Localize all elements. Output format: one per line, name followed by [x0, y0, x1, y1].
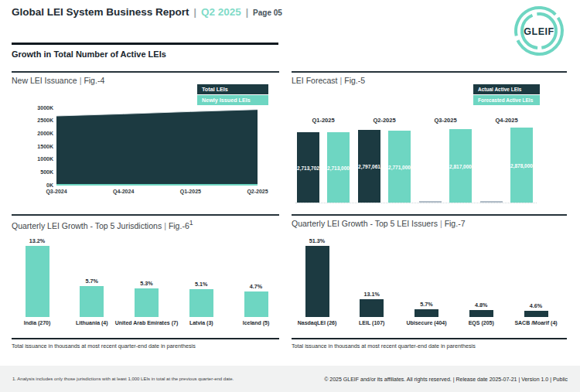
panel-fig6: Quarterly LEI Growth - Top 5 Jurisdictio… [12, 214, 279, 353]
fig7-bar [415, 309, 438, 317]
fig7-value-label: 13.1% [353, 291, 391, 298]
fig5-baseline [295, 203, 537, 203]
fig4-x-tick: Q3-2024 [33, 189, 80, 194]
fig5-title: LEI Forecast|Fig.-5 [292, 76, 365, 85]
fig5-quarter-label: Q3-2025 [419, 117, 472, 124]
fig6-title: Quarterly LEI Growth - Top 5 Jurisdictio… [12, 219, 193, 230]
panel-fig7: Quarterly LEI Growth - Top 5 LEI Issuers… [292, 214, 567, 353]
fig5-bar-value: 2,797,061 [358, 164, 380, 169]
fig5-bar-group: Q1-20252,713,7022,713,000 [297, 117, 350, 203]
fig7-bar [360, 299, 384, 317]
fig5-bar-actual: 2,797,061 [358, 130, 380, 203]
legend-label: Forecasted Active LEIs [478, 97, 533, 103]
fig4-y-tick: 0K [18, 182, 53, 188]
fig7-value-label: 51.3% [298, 237, 336, 244]
fig5-bar-value: 2,713,702 [297, 165, 319, 170]
fig5-bar-placeholder [419, 201, 442, 203]
legend-label: Total LEIs [202, 86, 228, 93]
header-rule [12, 43, 278, 45]
fig5-quarter-label: Q2-2025 [358, 117, 411, 124]
fig6-value-label: 13.2% [18, 237, 56, 244]
fig5-bar-forecast: 2,713,000 [327, 132, 350, 203]
fig4-x-tick: Q4-2024 [101, 189, 147, 194]
fig6-note: Total issuance in thousands at most rece… [12, 343, 196, 349]
fig4-x-tick: Q2-2025 [234, 189, 281, 194]
fig4-legend-newly: Newly Issued LEIs [197, 95, 268, 105]
report-period: Q2 2025 [201, 6, 241, 18]
fig7-value-label: 4.8% [462, 302, 500, 308]
fig4-area-svg [56, 108, 258, 186]
footnote-text: 1. Analysis includes only those jurisdic… [12, 377, 234, 381]
fig4-y-tick: 2000K [18, 131, 53, 136]
fig4-x-tick: Q1-2025 [167, 189, 213, 194]
header-separator: | [246, 7, 248, 18]
panel-rule [292, 71, 567, 73]
fig4-y-tick: 3000K [18, 105, 53, 111]
fig5-quarter-label: Q4-2025 [480, 117, 533, 124]
fig7-category-label: SACB /Moarif (4) [502, 320, 570, 327]
fig4-legend-total: Total LEIs [197, 84, 268, 94]
fig6-bar [26, 246, 49, 317]
fig6-value-label: 4.7% [237, 283, 275, 290]
fig7-note: Total issuance in thousands at most rece… [292, 343, 476, 349]
report-header: Global LEI System Business Report | Q2 2… [12, 6, 282, 18]
fig5-bar-forecast: 2,771,000 [388, 131, 411, 203]
header-separator: | [194, 7, 196, 18]
page-number: Page 05 [253, 9, 282, 17]
section-title: Growth in Total Number of Active LEIs [12, 49, 166, 59]
copyright-text: © 2025 GLEIF and/or its affiliates. All … [324, 377, 568, 382]
fig5-bar-actual: 2,713,702 [297, 132, 319, 203]
panel-bottom-rule [12, 338, 279, 339]
panel-fig4: New LEI Issuance|Fig.-4 Total LEIs Newly… [12, 71, 279, 212]
gleif-logo: GLEIF [513, 5, 565, 57]
fig6-value-label: 5.3% [128, 280, 166, 287]
fig4-area-0 [56, 110, 258, 186]
fig5-bar-group: Q4-20252,878,000 [480, 117, 533, 203]
fig4-y-tick: 1000K [18, 156, 53, 162]
fig6-bar [135, 288, 159, 317]
fig4-y-tick: 1500K [18, 144, 53, 149]
fig6-value-label: 5.1% [182, 281, 220, 288]
fig7-bar [469, 310, 493, 317]
fig5-bar-forecast: 2,817,000 [449, 129, 472, 203]
fig5-bar-value: 2,713,000 [327, 165, 350, 170]
fig6-bar [244, 291, 268, 317]
fig5-legend-actual: Actual Active LEIs [473, 84, 540, 94]
panel-bottom-rule [292, 338, 567, 339]
fig5-quarter-label: Q1-2025 [297, 117, 350, 124]
fig5-bar-group: Q3-20252,817,000 [419, 117, 472, 203]
fig7-value-label: 5.7% [408, 301, 446, 308]
fig4-y-tick: 2500K [18, 118, 53, 123]
fig5-bar-value: 2,817,000 [449, 163, 472, 169]
fig5-bar-group: Q2-20252,797,0612,771,000 [358, 117, 411, 203]
fig5-bar-value: 2,878,000 [510, 162, 533, 168]
fig7-title: Quarterly LEI Growth - Top 5 LEI Issuers… [292, 219, 465, 228]
fig6-category-label: Iceland (5) [222, 320, 290, 327]
gleif-logo-rings: GLEIF [513, 5, 565, 57]
fig5-legend-forecast: Forecasted Active LEIs [473, 95, 540, 105]
fig7-value-label: 4.6% [517, 302, 555, 309]
gleif-logo-text: GLEIF [524, 26, 554, 37]
fig5-bar-value: 2,771,000 [388, 164, 411, 169]
fig6-value-label: 5.7% [73, 278, 111, 285]
report-page: Global LEI System Business Report | Q2 2… [0, 0, 580, 392]
panel-rule [292, 214, 567, 216]
fig6-bar [189, 289, 213, 317]
legend-label: Actual Active LEIs [478, 87, 521, 92]
fig4-title: New LEI Issuance|Fig.-4 [12, 76, 104, 85]
fig4-y-tick: 500K [18, 169, 53, 175]
fig6-footnote-marker: 1 [189, 219, 193, 227]
panel-rule [12, 214, 279, 216]
fig5-bar-placeholder [480, 201, 503, 203]
fig7-bar [524, 311, 548, 317]
fig5-bar-forecast: 2,878,000 [510, 128, 533, 203]
page-footer: 1. Analysis includes only those jurisdic… [0, 366, 580, 392]
fig4-area-1 [56, 184, 258, 186]
fig7-bar [305, 246, 329, 317]
legend-label: Newly Issued LEIs [202, 97, 251, 104]
report-title: Global LEI System Business Report [12, 6, 189, 18]
panel-rule [12, 71, 279, 73]
fig6-bar [80, 286, 104, 317]
panel-fig5: LEI Forecast|Fig.-5 Actual Active LEIs F… [292, 71, 567, 212]
